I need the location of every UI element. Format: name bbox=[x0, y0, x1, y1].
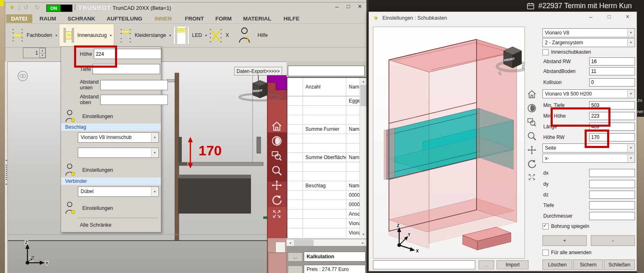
dz-input[interactable] bbox=[589, 191, 635, 199]
tool-innenauszug[interactable]: Innenauszug ▾ bbox=[63, 25, 112, 46]
chevron-down-icon[interactable]: ▾ bbox=[205, 34, 207, 37]
vertical-scrollbar[interactable]: ▲ ▼ bbox=[359, 78, 367, 237]
table-row[interactable]: Ansch bbox=[287, 209, 359, 219]
chevron-down-icon[interactable]: ▾ bbox=[151, 148, 158, 157]
system-select[interactable]: Vionaro V8 ▾ bbox=[542, 28, 635, 37]
table-row[interactable]: 00000 bbox=[287, 191, 359, 200]
sichern-button[interactable]: Sichern bbox=[573, 259, 603, 270]
menu-material[interactable]: MATERIAL bbox=[238, 14, 276, 23]
min-tiefe-input[interactable] bbox=[589, 101, 635, 109]
fuer-alle-checkbox-row[interactable]: ✓ Für alle anwenden bbox=[542, 249, 592, 256]
min-hoehe-input[interactable] bbox=[589, 112, 635, 120]
hoehe-rw-input[interactable] bbox=[589, 133, 635, 141]
preis-button[interactable] bbox=[288, 266, 303, 273]
scroll-right-button[interactable]: ► bbox=[359, 239, 366, 246]
beschlag-select[interactable]: Vionaro V8 Innenschub ▾ bbox=[78, 132, 159, 143]
table-row[interactable]: Egge bbox=[287, 96, 359, 106]
preview-3d-panel[interactable]: FRONT S E Z Y X bbox=[373, 27, 525, 259]
home-icon[interactable] bbox=[526, 89, 537, 100]
spinner-down-button[interactable]: ▼ bbox=[39, 53, 45, 58]
header-name[interactable]: Nam bbox=[346, 78, 359, 96]
fit-view-icon[interactable] bbox=[527, 173, 536, 182]
browse-button[interactable]: ... bbox=[479, 260, 494, 269]
einstellungen-button[interactable]: Einstellungen bbox=[64, 163, 113, 177]
splitter-arrow-icon[interactable]: ◄ bbox=[5, 159, 7, 162]
count-spinner[interactable]: 1 ▲ ▼ bbox=[23, 48, 46, 58]
more-button[interactable]: ... bbox=[288, 253, 303, 262]
pan-icon[interactable] bbox=[526, 145, 537, 155]
home-icon[interactable] bbox=[271, 120, 283, 132]
einstellungen-button[interactable]: Einstellungen bbox=[64, 201, 113, 216]
vertical-splitter[interactable]: ◄ ◄ bbox=[5, 61, 8, 273]
zoom-region-icon[interactable] bbox=[526, 117, 537, 127]
import-path-input[interactable] bbox=[373, 260, 475, 269]
daten-export-button[interactable]: Daten-Export>>>>> bbox=[234, 67, 282, 75]
chevron-down-icon[interactable]: ▾ bbox=[169, 34, 171, 37]
zoom-icon[interactable] bbox=[271, 164, 283, 177]
menu-aufteilung[interactable]: AUFTEILUNG bbox=[102, 14, 147, 23]
pan-icon[interactable] bbox=[271, 179, 283, 191]
undo-button[interactable]: ↺ bbox=[23, 4, 29, 11]
trunbot-toggle[interactable]: ON bbox=[46, 5, 72, 12]
abstand-unten-input[interactable] bbox=[100, 80, 168, 90]
chevron-down-icon[interactable]: ▾ bbox=[627, 39, 634, 46]
maximize-button[interactable]: □ bbox=[343, 3, 353, 9]
zoom-region-icon[interactable] bbox=[271, 150, 283, 162]
dx-input[interactable] bbox=[589, 169, 635, 177]
chevron-down-icon[interactable]: ▾ bbox=[151, 133, 158, 142]
hoehe-input[interactable] bbox=[94, 49, 161, 59]
table-row[interactable]: 00000 bbox=[287, 200, 359, 209]
filter-input[interactable] bbox=[288, 66, 365, 76]
scroll-up-button[interactable]: ▲ bbox=[360, 78, 367, 84]
abstand-boden-input[interactable] bbox=[589, 67, 635, 75]
einstellungen-button[interactable]: Einstellungen bbox=[64, 109, 113, 124]
minimize-button[interactable]: – bbox=[332, 3, 342, 10]
rotate-icon[interactable] bbox=[526, 159, 537, 169]
dialog-close-button[interactable]: × bbox=[622, 13, 633, 20]
header-anzahl[interactable]: Anzahl bbox=[303, 78, 346, 96]
menu-raum[interactable]: RAUM bbox=[35, 14, 61, 23]
scroll-left-button[interactable]: ◄ bbox=[287, 239, 294, 246]
dy-input[interactable] bbox=[589, 180, 635, 188]
chevron-down-icon[interactable]: ▾ bbox=[56, 34, 57, 37]
fuer-alle-checkbox[interactable]: ✓ bbox=[542, 250, 549, 256]
menu-front[interactable]: FRONT bbox=[180, 14, 209, 23]
table-row[interactable]: Summe Furnier Name bbox=[287, 125, 359, 134]
abstand-rw-input[interactable] bbox=[589, 57, 635, 66]
close-button[interactable]: × bbox=[355, 3, 365, 10]
orbit-icon[interactable] bbox=[271, 135, 283, 147]
tool-led[interactable]: LED ▾ bbox=[173, 25, 207, 46]
schliessen-button[interactable]: Schließen bbox=[604, 259, 635, 270]
zargensystem-select[interactable]: 2 - Zargensystem ▾ bbox=[542, 38, 635, 47]
import-button[interactable]: Import bbox=[497, 260, 529, 269]
minus-button[interactable]: - bbox=[591, 235, 635, 246]
table-row[interactable]: Viona bbox=[287, 219, 359, 228]
menu-hilfe[interactable]: HILFE bbox=[279, 14, 305, 23]
orbit-icon[interactable] bbox=[526, 103, 537, 114]
menu-form[interactable]: FORM bbox=[210, 14, 237, 23]
beschlag-select-2[interactable]: ▾ bbox=[78, 148, 159, 158]
kollision-input[interactable] bbox=[589, 78, 635, 86]
laenge-input[interactable] bbox=[589, 123, 635, 131]
menu-innen[interactable]: INNEN bbox=[150, 14, 177, 23]
alle-schraenke-item[interactable]: Alle Schränke bbox=[80, 222, 111, 228]
menu-datei[interactable]: DATEI bbox=[6, 14, 32, 23]
verbinder-select[interactable]: Dübel ▾ bbox=[78, 187, 159, 197]
tiefe-input[interactable] bbox=[589, 201, 635, 209]
plus-button[interactable]: + bbox=[542, 235, 587, 246]
splitter-handle[interactable] bbox=[6, 165, 7, 180]
kalkulation-bar[interactable]: Kalkulation bbox=[304, 252, 366, 262]
dialog-minimize-button[interactable]: – bbox=[585, 14, 597, 20]
bohrung-checkbox[interactable]: ✓ bbox=[542, 223, 549, 230]
scroll-down-button[interactable]: ▼ bbox=[360, 231, 367, 237]
scrollbar-thumb[interactable] bbox=[294, 240, 314, 246]
chevron-down-icon[interactable]: ▾ bbox=[627, 90, 634, 98]
table-row[interactable] bbox=[287, 115, 359, 125]
zoom-icon[interactable] bbox=[526, 131, 537, 141]
direction-select[interactable]: x- ▾ bbox=[542, 154, 635, 163]
innenschubkasten-checkbox-row[interactable]: ✓ Innenschubkasten bbox=[542, 49, 591, 55]
model-select[interactable]: Vionaro V8 500 H200 ▾ bbox=[542, 89, 635, 98]
spinner-up-button[interactable]: ▲ bbox=[39, 48, 45, 53]
dialog-maximize-button[interactable]: □ bbox=[603, 14, 615, 20]
rotate-icon[interactable] bbox=[271, 194, 283, 206]
